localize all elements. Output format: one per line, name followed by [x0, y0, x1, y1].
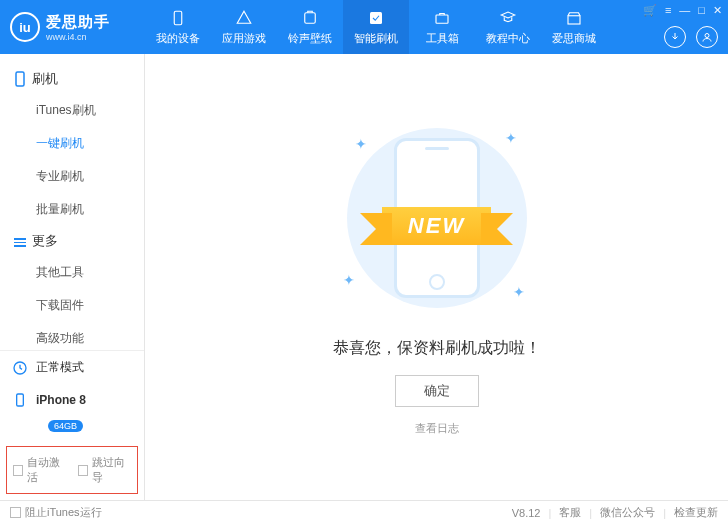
device-icon [168, 9, 188, 27]
store-icon [564, 9, 584, 27]
sidebar-group-more[interactable]: 更多 [0, 226, 144, 256]
flash-icon [366, 9, 386, 27]
sidebar-item-download-firmware[interactable]: 下载固件 [0, 289, 144, 322]
tab-tutorials[interactable]: 教程中心 [475, 0, 541, 54]
app-url: www.i4.cn [46, 32, 110, 42]
tab-flash[interactable]: 智能刷机 [343, 0, 409, 54]
checkbox-icon [78, 465, 88, 476]
device-mode[interactable]: 正常模式 [0, 351, 144, 384]
success-message: 恭喜您，保资料刷机成功啦！ [333, 338, 541, 359]
options-highlight: 自动激活 跳过向导 [6, 446, 138, 494]
sidebar: 刷机 iTunes刷机 一键刷机 专业刷机 批量刷机 更多 其他工具 下载固件 … [0, 54, 145, 500]
check-update-link[interactable]: 检查更新 [674, 505, 718, 520]
user-button[interactable] [696, 26, 718, 48]
sidebar-item-other-tools[interactable]: 其他工具 [0, 256, 144, 289]
apps-icon [234, 9, 254, 27]
close-icon[interactable]: ✕ [713, 4, 722, 17]
tab-apps[interactable]: 应用游戏 [211, 0, 277, 54]
menu-icon[interactable]: ≡ [665, 4, 671, 17]
tab-store[interactable]: 爱思商城 [541, 0, 607, 54]
toolbox-icon [432, 9, 452, 27]
checkbox-icon [10, 507, 21, 518]
window-controls: 🛒 ≡ — □ ✕ [643, 4, 722, 17]
view-log-link[interactable]: 查看日志 [415, 421, 459, 436]
sidebar-item-pro-flash[interactable]: 专业刷机 [0, 160, 144, 193]
storage-badge: 64GB [48, 420, 83, 432]
block-itunes-checkbox[interactable]: 阻止iTunes运行 [10, 505, 102, 520]
maximize-icon[interactable]: □ [698, 4, 705, 17]
tab-ringtones[interactable]: 铃声壁纸 [277, 0, 343, 54]
svg-rect-0 [174, 11, 182, 25]
main-tabs: 我的设备 应用游戏 铃声壁纸 智能刷机 工具箱 教程中心 爱思商城 [145, 0, 607, 54]
wechat-link[interactable]: 微信公众号 [600, 505, 655, 520]
ringtone-icon [300, 9, 320, 27]
svg-rect-6 [16, 72, 24, 86]
svg-rect-8 [17, 394, 24, 406]
checkbox-icon [13, 465, 23, 476]
logo: iu 爱思助手 www.i4.cn [0, 12, 145, 42]
device-info[interactable]: iPhone 8 64GB [0, 384, 144, 440]
svg-rect-3 [436, 15, 448, 23]
svg-rect-2 [370, 12, 382, 24]
sidebar-item-batch-flash[interactable]: 批量刷机 [0, 193, 144, 226]
cart-icon[interactable]: 🛒 [643, 4, 657, 17]
version-label: V8.12 [512, 507, 541, 519]
hamburger-icon [14, 236, 26, 246]
auto-activate-checkbox[interactable]: 自动激活 [13, 455, 66, 485]
sidebar-item-oneclick-flash[interactable]: 一键刷机 [0, 127, 144, 160]
minimize-icon[interactable]: — [679, 4, 690, 17]
sidebar-item-advanced[interactable]: 高级功能 [0, 322, 144, 350]
tutorial-icon [498, 9, 518, 27]
new-ribbon: NEW [327, 203, 547, 249]
app-name: 爱思助手 [46, 13, 110, 32]
sidebar-group-flash[interactable]: 刷机 [0, 64, 144, 94]
success-illustration: ✦ ✦ ✦ ✦ NEW [327, 118, 547, 318]
svg-point-5 [705, 34, 709, 38]
svg-rect-1 [305, 12, 316, 23]
app-header: iu 爱思助手 www.i4.cn 我的设备 应用游戏 铃声壁纸 智能刷机 工具… [0, 0, 728, 54]
download-button[interactable] [664, 26, 686, 48]
skip-wizard-checkbox[interactable]: 跳过向导 [78, 455, 131, 485]
support-link[interactable]: 客服 [559, 505, 581, 520]
status-bar: 阻止iTunes运行 V8.12 | 客服 | 微信公众号 | 检查更新 [0, 500, 728, 524]
logo-icon: iu [10, 12, 40, 42]
tab-my-device[interactable]: 我的设备 [145, 0, 211, 54]
confirm-button[interactable]: 确定 [395, 375, 479, 407]
svg-rect-4 [568, 15, 580, 23]
tab-toolbox[interactable]: 工具箱 [409, 0, 475, 54]
sidebar-item-itunes-flash[interactable]: iTunes刷机 [0, 94, 144, 127]
main-content: ✦ ✦ ✦ ✦ NEW 恭喜您，保资料刷机成功啦！ 确定 查看日志 [145, 54, 728, 500]
